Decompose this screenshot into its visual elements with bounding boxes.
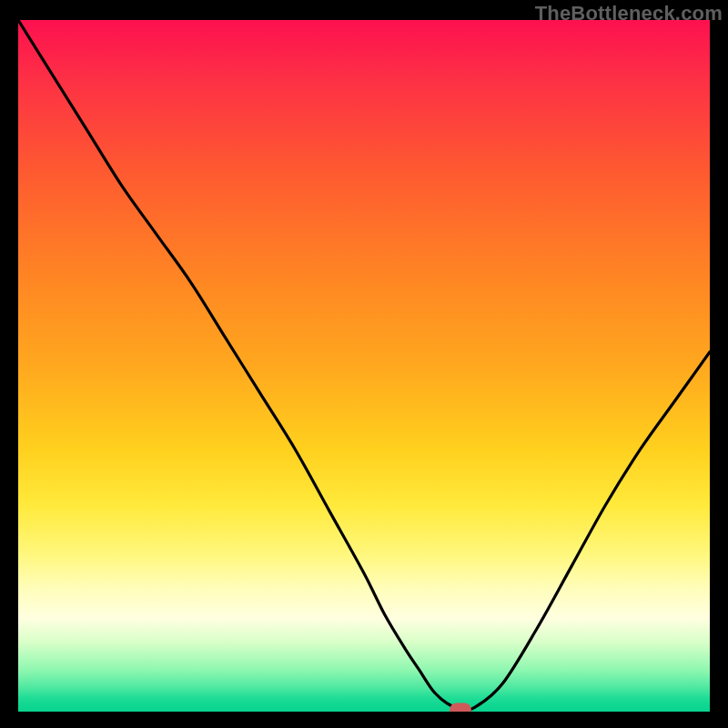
chart-frame: TheBottleneck.com	[0, 0, 728, 728]
watermark-text: TheBottleneck.com	[535, 2, 723, 25]
optimum-marker-icon	[450, 703, 471, 712]
plot-outer	[18, 20, 710, 712]
plot-area	[18, 20, 710, 712]
bottleneck-curve	[18, 20, 710, 712]
